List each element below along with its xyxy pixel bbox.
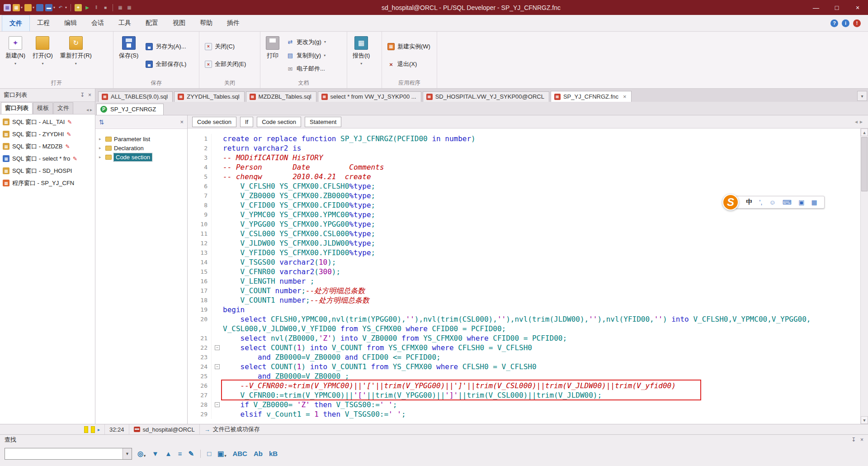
chevron-right-icon[interactable]: ▸: [99, 146, 103, 150]
dock-tab[interactable]: 文件: [53, 102, 73, 114]
sort-icon[interactable]: ⇅: [99, 119, 104, 126]
alert-icon[interactable]: !: [853, 19, 861, 27]
minimize-button[interactable]: —: [806, 0, 826, 15]
edit-icon[interactable]: ✎: [189, 450, 194, 458]
window-list-item[interactable]: ▦SQL 窗口 - select * fro✎: [0, 152, 95, 165]
execute-icon[interactable]: ▶: [84, 4, 91, 11]
open-file-icon[interactable]: [24, 4, 32, 11]
menu-item[interactable]: 插件: [220, 15, 247, 31]
tab-overflow-button[interactable]: ▾: [857, 91, 867, 101]
file-tab[interactable]: ▦ALL_TABLES(9.0).sql: [98, 91, 173, 102]
breadcrumb-button[interactable]: Code section: [192, 117, 236, 127]
highlight-icon[interactable]: ▣▾: [217, 450, 226, 458]
chevron-right-icon[interactable]: ▸: [99, 155, 103, 159]
chevron-left-icon[interactable]: ◂: [86, 107, 89, 112]
chevron-down-icon[interactable]: ▾: [21, 5, 23, 10]
nav-back-icon[interactable]: ◂: [855, 119, 858, 125]
chevron-right-icon[interactable]: ▸: [90, 107, 92, 112]
keyboard-icon[interactable]: ⌨: [783, 199, 792, 206]
window-list-item[interactable]: ▦SQL 窗口 - MZDZB✎: [0, 140, 95, 152]
save-as-button[interactable]: 另存为(A)...: [142, 42, 190, 52]
tree-item[interactable]: ▸Parameter list: [97, 134, 185, 143]
new-button[interactable]: ✦ 新建(N) ▾: [2, 33, 29, 78]
save-all-button[interactable]: 全部保存(L): [142, 59, 190, 69]
report-button[interactable]: ▦ 报告(t) ▾: [349, 33, 373, 78]
chinese-mode-icon[interactable]: 中: [746, 198, 752, 206]
skin-icon[interactable]: ▣: [798, 199, 804, 206]
scrollbar-thumb[interactable]: [861, 137, 868, 191]
breadcrumb-button[interactable]: Statement: [305, 117, 341, 127]
code-line[interactable]: 22− select COUNT(1) into V_COUNT from YS…: [188, 343, 860, 352]
fold-toggle-icon[interactable]: −: [215, 364, 220, 369]
menu-item[interactable]: 工具: [111, 15, 138, 31]
save-button[interactable]: 保存(S): [115, 33, 142, 78]
chevron-down-icon[interactable]: ▾: [65, 5, 67, 10]
code-line[interactable]: 6 V_CFLSH0 YS_CFMX00.CFLSH0%type;: [188, 181, 860, 191]
whole-word-icon[interactable]: ABC: [232, 450, 247, 457]
change-to-button[interactable]: ⇄ 更改为(g) ▾: [283, 37, 330, 47]
find-next-icon[interactable]: ◎▾: [137, 450, 146, 458]
scroll-down-icon[interactable]: ▼: [861, 416, 868, 424]
close-file-button[interactable]: × 关闭(C): [201, 42, 250, 52]
emoji-icon[interactable]: ☺: [769, 199, 775, 206]
menu-item[interactable]: 工程: [30, 15, 57, 31]
code-line[interactable]: 16 V_LENGTH number ;: [188, 276, 860, 286]
file-tab[interactable]: ▦select * from VW_YJ_SYKP00 ...: [318, 91, 421, 102]
window-list-item[interactable]: ▦程序窗口 - SP_YJ_CFN: [0, 177, 95, 189]
code-line[interactable]: 11 V_CSL000 YS_CFMX00.CSL000%type;: [188, 229, 860, 238]
find-list-icon[interactable]: ≡: [178, 450, 182, 457]
code-line[interactable]: 25 and ZB0000=V_ZB0000 ;: [188, 371, 860, 381]
save-icon[interactable]: [36, 4, 43, 11]
email-button[interactable]: ✉ 电子邮件...: [283, 64, 330, 74]
file-tab[interactable]: ▦SP_YJ_CFNRGZ.fnc×: [551, 91, 632, 102]
close-icon[interactable]: ×: [623, 93, 627, 100]
close-icon[interactable]: ×: [860, 437, 863, 443]
code-line[interactable]: V_CSL000,V_JLDW00,V_YFID00 from YS_CFMX0…: [188, 324, 860, 333]
save-all-icon[interactable]: ▬: [45, 4, 52, 11]
file-tab[interactable]: ▦MZDZBL_Tables.sql: [246, 91, 316, 102]
close-all-button[interactable]: × 全部关闭(E): [201, 59, 250, 69]
code-line[interactable]: 3-- MODifICATION HisTORY: [188, 153, 860, 162]
chevron-down-icon[interactable]: ▾: [53, 5, 55, 10]
info-icon[interactable]: i: [842, 19, 849, 27]
window-grid2-icon[interactable]: ▦: [126, 4, 133, 11]
code-line[interactable]: 28− if V_ZB0000= 'Z' then V_TSGS00:=' ';: [188, 400, 860, 409]
code-line[interactable]: 4-- Person Date Comments: [188, 162, 860, 172]
exit-button[interactable]: × 退出(X): [384, 59, 434, 69]
kb-icon[interactable]: kB: [269, 450, 278, 457]
code-line[interactable]: 21 select nvl(ZB0000,'Z') into V_ZB0000 …: [188, 333, 860, 343]
close-icon[interactable]: ×: [180, 119, 184, 125]
menu-item[interactable]: 帮助: [193, 15, 220, 31]
vertical-scrollbar[interactable]: ▲ ▼: [860, 128, 868, 424]
file-tab[interactable]: ▦SD_HOSPITAL.VW_YJ_SYKP00@ORCL: [423, 91, 549, 102]
chevron-down-icon[interactable]: ▾: [33, 5, 34, 10]
stop-icon[interactable]: ■: [102, 4, 109, 11]
code-line[interactable]: 14 V_TSGS00 varchar2(10);: [188, 257, 860, 267]
code-line[interactable]: 27 V_CFNR00:=trim(V_YPMC00)||'['||trim(V…: [188, 390, 860, 400]
code-line[interactable]: 5-- chenqw 2010.04.21 create: [188, 172, 860, 181]
app-icon[interactable]: ▦: [4, 4, 11, 11]
breadcrumb-button[interactable]: If: [240, 117, 253, 127]
menu-item[interactable]: 配置: [138, 15, 165, 31]
chevron-right-icon[interactable]: ▸: [99, 137, 103, 141]
menu-item[interactable]: 文件: [2, 15, 30, 31]
code-line[interactable]: 1create or replace function SP_YJ_CFNRGZ…: [188, 134, 860, 143]
dock-tab[interactable]: 窗口列表: [1, 102, 33, 114]
code-line[interactable]: 26 --V_CFNR00:=trim(V_YPMC00)||'['||trim…: [188, 381, 860, 390]
dock-tab[interactable]: 模板: [33, 102, 53, 114]
code-line[interactable]: 19begin: [188, 305, 860, 314]
maximize-button[interactable]: □: [826, 0, 847, 15]
menu-item[interactable]: 视图: [165, 15, 193, 31]
fold-toggle-icon[interactable]: −: [215, 345, 220, 350]
break-icon[interactable]: ‖: [93, 4, 100, 11]
scroll-up-icon[interactable]: ▲: [861, 128, 868, 136]
preferences-icon[interactable]: ✦: [75, 4, 82, 11]
reopen-button[interactable]: ↻ 重新打开(R) ▾: [57, 33, 95, 78]
window-list-item[interactable]: ▦SQL 窗口 - ALL_TAI✎: [0, 116, 95, 128]
find-up-icon[interactable]: ▲: [165, 450, 172, 457]
window-list-item[interactable]: ▦SQL 窗口 - SD_HOSPI: [0, 165, 95, 177]
code-line[interactable]: 23 and ZB0000=V_ZB0000 and CFID00 <= PCF…: [188, 352, 860, 362]
code-line[interactable]: 24− select COUNT(1) into V_COUNT1 from Y…: [188, 362, 860, 371]
close-button[interactable]: ×: [847, 0, 868, 15]
new-window-icon[interactable]: ▦: [13, 4, 20, 11]
